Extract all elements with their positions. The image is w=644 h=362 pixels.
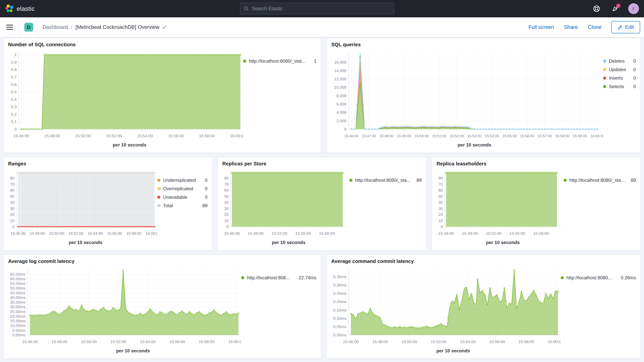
legend-item[interactable]: Total89 xyxy=(157,202,208,210)
legend-series-label: http://localhost:8080/_sta... xyxy=(570,178,625,183)
legend-item[interactable]: Selects0 xyxy=(603,82,636,91)
notification-badge xyxy=(616,4,620,8)
legend-series-value: 0 xyxy=(631,75,636,81)
panel-title: Average log commit latency xyxy=(8,258,316,264)
full-screen-button[interactable]: Full screen xyxy=(528,24,554,30)
chart-sql-connections: 00.10.20.30.40.50.60.70.80.9115:46:0015:… xyxy=(8,48,243,149)
svg-text:60: 60 xyxy=(438,188,443,192)
legend-series-dot-icon xyxy=(603,85,606,88)
legend-item[interactable]: Underreplicated0 xyxy=(157,176,208,184)
svg-text:40: 40 xyxy=(438,200,443,204)
svg-text:2,000: 2,000 xyxy=(336,118,346,123)
edit-button[interactable]: Edit xyxy=(612,21,640,33)
dashboard-grid: Number of SQL connections 00.10.20.30.40… xyxy=(0,37,644,359)
svg-text:1: 1 xyxy=(14,52,17,57)
search-input[interactable] xyxy=(252,6,391,12)
legend-series-value: 22.74ms xyxy=(296,275,316,280)
svg-text:15:47:00: 15:47:00 xyxy=(362,134,376,138)
legend-item[interactable]: http://localhost:8080...0.26ms xyxy=(561,274,636,282)
svg-text:16:00:00: 16:00:00 xyxy=(590,134,603,138)
svg-text:50.00ms: 50.00ms xyxy=(10,286,26,290)
svg-text:0.6: 0.6 xyxy=(11,82,16,87)
legend-series-label: Updates xyxy=(609,67,626,72)
svg-text:15:55:00: 15:55:00 xyxy=(295,231,311,236)
newsfeed-icon[interactable] xyxy=(610,3,620,14)
panel-log-commit-latency: Average log commit latency 0.00ms5.00ms1… xyxy=(3,255,321,359)
search-icon xyxy=(244,6,249,11)
legend-item[interactable]: Deletes0 xyxy=(603,57,636,65)
chart-replica-leaseholders: 0102030405060708015:46:0015:49:0015:52:0… xyxy=(436,168,564,247)
space-avatar: D xyxy=(24,23,33,32)
svg-text:0.00ms: 0.00ms xyxy=(333,333,346,337)
svg-text:15:49:00: 15:49:00 xyxy=(397,134,411,138)
panel-sql-connections: Number of SQL connections 00.10.20.30.40… xyxy=(3,38,321,153)
svg-text:16:00:00: 16:00:00 xyxy=(230,134,243,138)
menu-toggle-button[interactable] xyxy=(0,17,20,37)
svg-text:per 10 seconds: per 10 seconds xyxy=(486,240,520,245)
legend-series-dot-icon xyxy=(603,60,606,63)
svg-text:15.00ms: 15.00ms xyxy=(10,319,26,323)
svg-text:10: 10 xyxy=(10,218,14,223)
legend-series-dot-icon xyxy=(157,179,160,182)
legend-item[interactable]: http://localhost:808...22.74ms xyxy=(241,274,316,282)
svg-text:0: 0 xyxy=(440,224,443,229)
legend-command-commit-latency: http://localhost:8080...0.26ms xyxy=(561,265,636,355)
svg-text:15:52:00: 15:52:00 xyxy=(272,231,287,236)
svg-text:50: 50 xyxy=(438,194,443,198)
svg-text:20: 20 xyxy=(10,212,14,217)
legend-series-value: 0 xyxy=(631,84,636,89)
svg-text:6,000: 6,000 xyxy=(336,102,346,106)
svg-text:15:59:00: 15:59:00 xyxy=(573,134,587,138)
legend-item[interactable]: http://localhost:8080/_stat...1 xyxy=(243,57,316,65)
svg-text:15:58:00: 15:58:00 xyxy=(518,340,534,344)
svg-text:per 10 seconds: per 10 seconds xyxy=(272,240,306,245)
brand-name: elastic xyxy=(16,5,35,12)
global-search[interactable] xyxy=(240,3,394,14)
svg-text:0.7: 0.7 xyxy=(11,75,16,79)
breadcrumb-dashboard[interactable]: Dashboard xyxy=(42,24,68,30)
svg-text:70: 70 xyxy=(10,182,14,186)
svg-text:per 10 seconds: per 10 seconds xyxy=(436,348,470,353)
svg-text:16,000: 16,000 xyxy=(334,60,346,64)
help-icon[interactable] xyxy=(591,3,602,14)
clone-button[interactable]: Clone xyxy=(588,24,602,30)
legend-series-label: http://localhost:808... xyxy=(247,275,290,280)
svg-text:15:56:00: 15:56:00 xyxy=(107,231,122,236)
legend-series-label: Underreplicated xyxy=(163,178,196,183)
legend-item[interactable]: http://localhost:8080/_sta...89 xyxy=(350,176,422,184)
svg-text:0: 0 xyxy=(12,224,14,229)
legend-replica-leaseholders: http://localhost:8080/_sta...89 xyxy=(564,168,636,247)
svg-text:30: 30 xyxy=(10,206,14,211)
svg-text:15:58:00: 15:58:00 xyxy=(555,134,570,138)
svg-text:15:52:00: 15:52:00 xyxy=(486,231,502,236)
svg-text:60: 60 xyxy=(224,188,229,192)
pencil-icon xyxy=(618,25,622,30)
elastic-logo[interactable]: elastic xyxy=(0,4,86,13)
breadcrumb-current[interactable]: [Metricbeat CockroachDB] Overview xyxy=(76,24,166,30)
svg-text:45.00ms: 45.00ms xyxy=(10,291,26,295)
svg-text:30: 30 xyxy=(438,206,443,211)
legend-item[interactable]: Overreplicated0 xyxy=(157,184,208,193)
svg-text:15:57:00: 15:57:00 xyxy=(538,134,552,138)
space-switcher-button[interactable]: D xyxy=(20,17,38,37)
svg-text:15:54:00: 15:54:00 xyxy=(485,134,499,138)
page-title: [Metricbeat CockroachDB] Overview xyxy=(76,24,160,30)
svg-text:80: 80 xyxy=(10,176,14,180)
svg-text:40.00ms: 40.00ms xyxy=(10,295,26,300)
legend-item[interactable]: Inserts0 xyxy=(603,74,636,82)
legend-series-value: 0 xyxy=(202,178,208,183)
svg-text:15:48:00: 15:48:00 xyxy=(380,134,394,138)
legend-item[interactable]: Updates0 xyxy=(603,65,636,74)
svg-text:0: 0 xyxy=(14,127,17,131)
svg-text:12,000: 12,000 xyxy=(334,77,346,81)
legend-series-dot-icon xyxy=(241,276,244,279)
edit-button-label: Edit xyxy=(625,24,634,30)
share-button[interactable]: Share xyxy=(564,24,578,30)
panel-ranges: Ranges 0102030405060708015:46:0015:48:00… xyxy=(3,157,212,250)
svg-text:15:52:00: 15:52:00 xyxy=(110,340,126,344)
legend-series-label: http://localhost:8080/_sta... xyxy=(355,178,410,183)
legend-item[interactable]: Unavailable0 xyxy=(157,193,208,202)
legend-item[interactable]: http://localhost:8080/_sta...89 xyxy=(564,176,636,184)
user-avatar[interactable]: r xyxy=(628,3,639,14)
svg-text:40: 40 xyxy=(224,200,229,204)
